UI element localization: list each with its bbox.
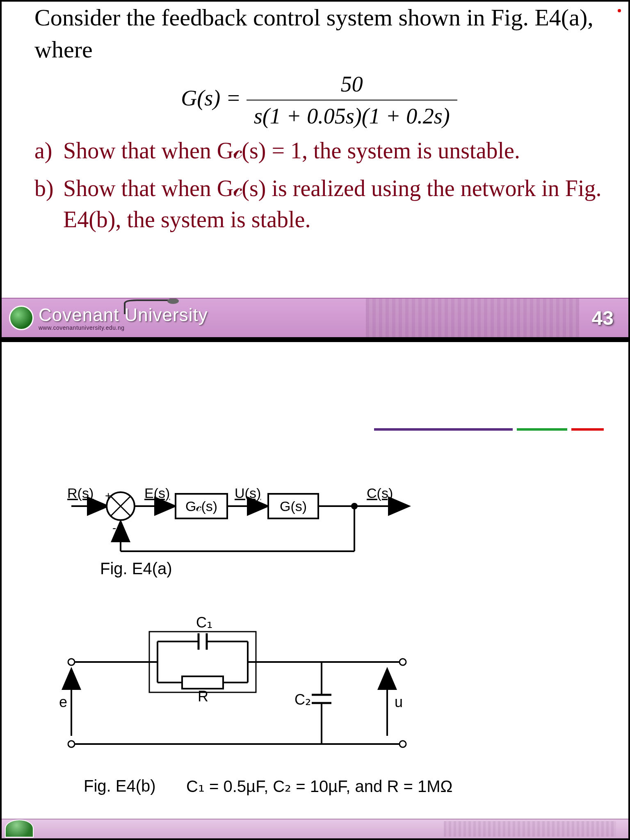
header-rule (374, 428, 604, 431)
globe-icon-small (5, 819, 34, 838)
intro-text: Consider the feedback control system sho… (34, 2, 604, 66)
part-a: a) Show that when G𝒸(s) = 1, the system … (34, 135, 604, 167)
part-b: b) Show that when G𝒸(s) is realized usin… (34, 173, 604, 235)
rule-purple (374, 428, 513, 431)
slide2-footer (2, 819, 628, 838)
label-e: e (59, 694, 67, 710)
label-R: R(s) (67, 485, 94, 501)
label-plus: + (105, 489, 112, 502)
svg-point-0 (167, 298, 179, 304)
rule-red (571, 428, 604, 431)
rule-green (517, 428, 568, 431)
label-G: G(s) (280, 498, 307, 514)
part-b-text: Show that when G𝒸(s) is realized using t… (63, 173, 604, 235)
component-values: C₁ = 0.5µF, C₂ = 10µF, and R = 1MΩ (186, 777, 452, 796)
eq-fraction: 50 s(1 + 0.05s)(1 + 0.2s) (247, 69, 457, 132)
label-C2: C₂ (294, 691, 311, 708)
part-a-text: Show that when G𝒸(s) = 1, the system is … (63, 135, 604, 167)
slide-bottom: R(s) + - E(s) G𝒸(s) U(s) G(s) C(s) Fig. … (0, 339, 630, 840)
label-C1: C₁ (196, 614, 212, 631)
problem-statement: Consider the feedback control system sho… (2, 2, 628, 235)
label-Gc: G𝒸(s) (185, 498, 217, 514)
svg-point-14 (68, 659, 75, 665)
red-dot (618, 9, 621, 12)
slide1-footer: Covenant University www.covenantuniversi… (2, 298, 628, 337)
eq-lhs: G(s) = (181, 86, 241, 110)
svg-point-37 (399, 741, 406, 747)
university-url: www.covenantuniversity.edu.ng (39, 324, 208, 331)
svg-rect-25 (182, 676, 223, 689)
caption-fig-a: Fig. E4(a) (100, 559, 172, 578)
globe-icon (9, 306, 34, 330)
transfer-function-equation: G(s) = 50 s(1 + 0.05s)(1 + 0.2s) (34, 69, 604, 132)
label-u: u (395, 694, 403, 710)
label-R: R (198, 688, 208, 705)
svg-point-36 (399, 659, 406, 665)
streetlamp-icon (121, 298, 203, 314)
page-number: 43 (592, 307, 614, 329)
eq-denominator: s(1 + 0.05s)(1 + 0.2s) (247, 100, 457, 131)
label-minus: - (112, 521, 116, 534)
label-C: C(s) (367, 485, 393, 501)
circuit-diagram-b: e C₁ R C₂ u (59, 613, 428, 769)
part-b-label: b) (34, 173, 63, 235)
label-U: U(s) (235, 485, 261, 501)
caption-fig-b: Fig. E4(b) (84, 777, 156, 795)
svg-point-15 (68, 741, 75, 747)
eq-numerator: 50 (247, 69, 457, 101)
label-E: E(s) (144, 485, 170, 501)
block-diagram-a: R(s) + - E(s) G𝒸(s) U(s) G(s) C(s) (67, 477, 436, 568)
slide-top: Consider the feedback control system sho… (0, 0, 630, 339)
part-a-label: a) (34, 135, 63, 167)
